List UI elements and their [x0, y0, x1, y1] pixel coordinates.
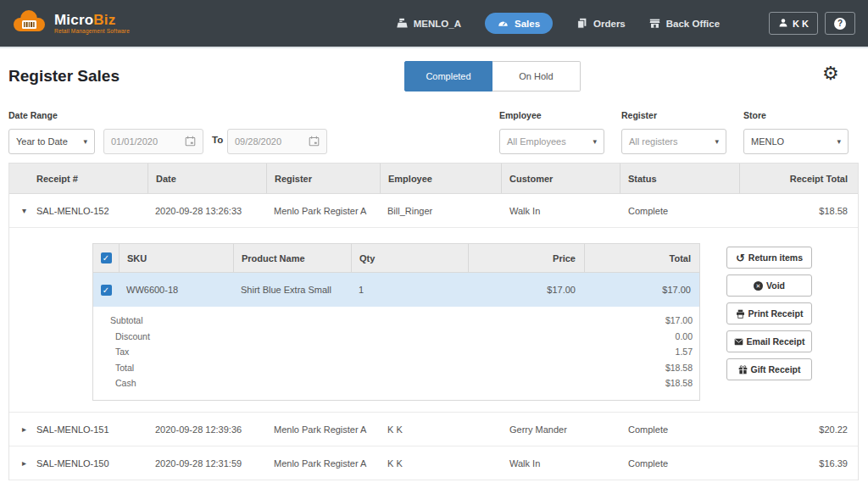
column-header-price: Price [468, 244, 584, 272]
line-item-checkbox[interactable]: ✓ [101, 285, 112, 296]
table-row[interactable]: ▸ SAL-MENLO-150 2020-09-28 12:31:59 Menl… [9, 446, 858, 480]
chevron-down-icon: ▾ [715, 137, 719, 146]
brand-name: MicroBiz [54, 12, 115, 28]
receipt-date: 2020-09-28 12:31:59 [147, 458, 266, 469]
employee-select[interactable]: All Employees ▾ [499, 129, 604, 154]
nav-label: Sales [515, 19, 540, 29]
table-header: Receipt # Date Register Employee Custome… [9, 163, 858, 194]
line-items-header: ✓ SKU Product Name Qty Price Total [93, 244, 699, 273]
nav-item-menlo-a[interactable]: MENLO_A [397, 18, 461, 29]
date-preset-select[interactable]: Year to Date ▾ [8, 129, 95, 154]
user-account-button[interactable]: K K [769, 12, 818, 35]
void-icon: ✕ [754, 281, 763, 291]
cloud-barcode-icon [10, 8, 49, 38]
receipt-status: Complete [620, 424, 739, 435]
column-header-sku: SKU [119, 244, 233, 272]
gift-receipt-button[interactable]: Gift Receipt [726, 358, 812, 380]
summary-row-total: Total $18.58 [93, 360, 693, 376]
to-date-input[interactable]: 09/28/2020 [227, 129, 327, 154]
line-item-row[interactable]: ✓ WW6600-18 Shirt Blue Extra Small 1 $17… [93, 273, 699, 307]
summary-row-subtotal: Subtotal $17.00 [93, 313, 693, 329]
column-header-employee: Employee [380, 164, 501, 193]
receipt-customer: Gerry Mander [501, 424, 620, 435]
tab-completed[interactable]: Completed [404, 61, 492, 92]
employee-filter-label: Employee [499, 110, 542, 120]
caret-right-icon[interactable]: ▸ [9, 424, 36, 434]
gift-icon [738, 365, 748, 374]
date-range-label: Date Range [8, 110, 58, 120]
return-icon: ↺ [736, 252, 745, 263]
receipt-date: 2020-09-28 13:26:33 [147, 206, 266, 216]
void-button[interactable]: ✕ Void [726, 274, 812, 297]
item-total: $17.00 [584, 285, 699, 295]
store-select[interactable]: MENLO ▾ [743, 129, 849, 154]
print-receipt-button[interactable]: Print Receipt [726, 302, 812, 324]
column-header-register: Register [266, 164, 380, 193]
question-circle-icon: ? [834, 18, 846, 30]
calendar-icon [185, 136, 196, 148]
filters-bar: Date Range Year to Date ▾ 01/01/2020 To … [8, 110, 859, 157]
line-items-table: ✓ SKU Product Name Qty Price Total ✓ WW6… [92, 243, 700, 401]
caret-down-icon[interactable]: ▾ [9, 206, 36, 215]
topbar-buttons: K K ? [769, 12, 855, 35]
gear-icon[interactable]: ⚙ [822, 64, 839, 83]
nav-item-orders[interactable]: Orders [576, 18, 626, 29]
printer-icon [736, 309, 745, 319]
column-header-qty: Qty [351, 244, 468, 272]
cash-register-icon [397, 18, 408, 29]
item-product-name: Shirt Blue Extra Small [233, 285, 351, 295]
column-header-status: Status [620, 164, 739, 193]
receipt-actions: ↺ Return items ✕ Void Print Receipt [726, 247, 812, 380]
receipt-register: Menlo Park Register A [266, 458, 380, 469]
from-date-input[interactable]: 01/01/2020 [103, 129, 203, 154]
receipt-employee: Bill_Ringer [380, 206, 501, 216]
sales-table: Receipt # Date Register Employee Custome… [8, 163, 859, 480]
nav-item-back-office[interactable]: Back Office [649, 18, 720, 29]
microbiz-logo[interactable]: MicroBiz Retail Management Software [10, 8, 130, 38]
email-receipt-button[interactable]: Email Receipt [726, 330, 812, 352]
column-header-total: Total [584, 244, 699, 272]
return-items-button[interactable]: ↺ Return items [726, 247, 812, 269]
to-label: To [212, 135, 223, 145]
receipt-employee: K K [380, 458, 501, 469]
receipt-total: $16.39 [739, 458, 858, 469]
receipt-register: Menlo Park Register A [266, 424, 380, 435]
register-select[interactable]: All registers ▾ [621, 129, 726, 154]
dashboard-icon [498, 18, 509, 29]
table-row[interactable]: ▸ SAL-MENLO-151 2020-09-28 12:39:36 Menl… [9, 413, 858, 446]
summary-row-discount: Discount 0.00 [93, 329, 693, 345]
store-filter-label: Store [743, 110, 766, 120]
item-qty: 1 [351, 285, 468, 295]
storefront-icon [649, 18, 660, 29]
item-sku: WW6600-18 [119, 285, 233, 295]
receipt-total: $20.22 [739, 424, 858, 435]
tab-on-hold[interactable]: On Hold [492, 61, 581, 92]
caret-right-icon[interactable]: ▸ [9, 458, 36, 468]
nav-item-sales[interactable]: Sales [485, 13, 553, 34]
nav-label: Back Office [666, 19, 720, 29]
receipt-status: Complete [620, 206, 739, 216]
page-title: Register Sales [8, 67, 120, 86]
brand-tagline: Retail Management Software [54, 29, 130, 35]
receipt-total: $18.58 [739, 206, 858, 216]
register-filter-label: Register [621, 110, 657, 120]
chevron-down-icon: ▾ [83, 137, 87, 146]
help-button[interactable]: ? [825, 12, 855, 35]
receipt-customer: Walk In [501, 206, 620, 216]
receipt-date: 2020-09-28 12:39:36 [147, 424, 266, 435]
nav-label: Orders [593, 19, 626, 29]
nav-label: MENLO_A [414, 19, 461, 29]
person-icon [778, 18, 788, 30]
summary-row-cash: Cash $18.58 [93, 375, 693, 391]
column-header-customer: Customer [501, 164, 620, 193]
summary-row-tax: Tax 1.57 [93, 344, 693, 360]
chevron-down-icon: ▾ [593, 137, 597, 146]
column-header-date: Date [147, 164, 266, 193]
calendar-icon [309, 136, 320, 148]
item-price: $17.00 [468, 285, 584, 295]
top-navigation: MENLO_A Sales Orders [397, 13, 720, 34]
select-all-checkbox[interactable]: ✓ [101, 252, 112, 263]
column-header-receipt-total: Receipt Total [739, 164, 858, 193]
column-header-receipt: Receipt # [9, 164, 147, 193]
table-row[interactable]: ▾ SAL-MENLO-152 2020-09-28 13:26:33 Menl… [9, 194, 858, 228]
